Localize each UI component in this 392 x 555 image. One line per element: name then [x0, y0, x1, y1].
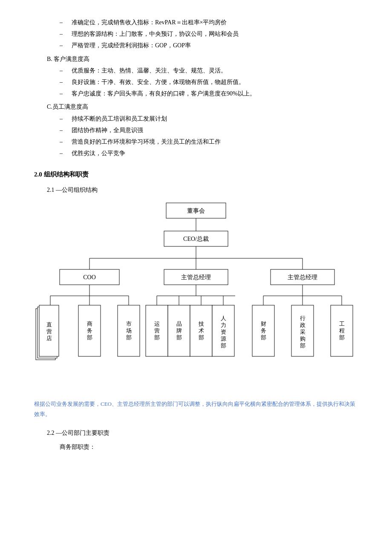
svg-text:部: 部	[126, 334, 132, 341]
dash-c-3: –	[60, 136, 68, 147]
svg-text:部: 部	[261, 334, 266, 341]
svg-text:部: 部	[87, 334, 92, 341]
section-2-1-label: 2.1 —公司组织结构	[47, 185, 358, 195]
svg-text:术: 术	[199, 327, 204, 334]
bullet-c-4: – 优胜劣汰，公平竞争	[60, 148, 358, 159]
bullet-b-text-1: 优质服务：主动、热情、温馨、关注、专业、规范、灵活。	[72, 65, 227, 76]
svg-text:部: 部	[221, 342, 226, 349]
svg-text:部: 部	[339, 334, 345, 341]
dash-c-4: –	[60, 148, 68, 159]
bullet-b-text-2: 良好设施：干净、有效、安全、方便，体现物有所值，物超所值。	[72, 77, 245, 87]
svg-text:人: 人	[221, 315, 226, 321]
bullet-section-c: – 持续不断的员工培训和员工发展计划 – 团结协作精神，全局意识强 – 营造良好…	[34, 113, 358, 159]
section-c-label: C.员工满意度高	[47, 101, 358, 112]
svg-text:运: 运	[154, 321, 160, 327]
svg-text:CEO/总裁: CEO/总裁	[183, 236, 209, 242]
svg-text:力: 力	[221, 322, 226, 328]
svg-text:店: 店	[46, 335, 52, 341]
svg-text:直: 直	[46, 321, 52, 328]
svg-text:营: 营	[46, 328, 52, 335]
svg-text:COO: COO	[83, 274, 96, 280]
svg-text:牌: 牌	[176, 327, 182, 334]
dash-b-1: –	[60, 65, 68, 76]
bullet-b-3: – 客户忠诚度：客户回头率高，有良好的口碑，客户满意度在90%以上。	[60, 88, 358, 99]
bullet-c-3: – 营造良好的工作环境和学习环境，关注员工的生活和工作	[60, 136, 358, 147]
svg-text:主管总经理: 主管总经理	[181, 274, 211, 280]
svg-text:营: 营	[154, 327, 160, 334]
dash-2: –	[60, 29, 68, 39]
svg-text:源: 源	[221, 335, 226, 342]
dash-1: –	[60, 17, 68, 28]
org-chart-note: 根据公司业务发展的需要，CEO、主管总经理所主管的部门可以调整，执行纵向向扁平化…	[34, 399, 358, 419]
dash-3: –	[60, 40, 68, 51]
svg-text:购: 购	[300, 335, 306, 342]
bullet-text-1: 准确定位，完成销售收入指标：RevPAR＝出租率×平均房价	[72, 17, 227, 28]
svg-text:资: 资	[221, 329, 226, 335]
bullet-c-text-4: 优胜劣汰，公平竞争	[72, 148, 125, 159]
svg-text:场: 场	[126, 327, 132, 334]
svg-text:品: 品	[176, 321, 182, 327]
section-b-label: B. 客户满意度高	[47, 54, 358, 64]
bullet-b-text-3: 客户忠诚度：客户回头率高，有良好的口碑，客户满意度在90%以上。	[72, 88, 256, 99]
section-2-header: 2.0 组织结构和职责	[34, 169, 358, 180]
svg-text:工: 工	[339, 321, 345, 327]
dash-c-1: –	[60, 113, 68, 124]
svg-text:商: 商	[87, 321, 92, 327]
svg-text:技: 技	[198, 321, 204, 327]
svg-text:部: 部	[176, 334, 182, 341]
dash-c-2: –	[60, 125, 68, 136]
bullet-c-text-3: 营造良好的工作环境和学习环境，关注员工的生活和工作	[72, 136, 221, 147]
svg-text:行: 行	[300, 315, 306, 321]
svg-text:采: 采	[300, 329, 306, 335]
svg-text:务: 务	[87, 327, 92, 334]
svg-text:政: 政	[300, 322, 306, 328]
bullet-item-2: – 理想的客源结构：上门散客，中央预订，协议公司，网站和会员	[60, 29, 358, 39]
svg-text:部: 部	[154, 334, 160, 341]
bullet-c-text-2: 团结协作精神，全局意识强	[72, 125, 143, 136]
svg-text:董事会: 董事会	[187, 208, 205, 214]
bullet-item-1: – 准确定位，完成销售收入指标：RevPAR＝出租率×平均房价	[60, 17, 358, 28]
svg-text:财: 财	[261, 321, 266, 327]
bullet-b-1: – 优质服务：主动、热情、温馨、关注、专业、规范、灵活。	[60, 65, 358, 76]
dept-responsibility-label: 商务部职责：	[60, 442, 358, 452]
bullet-item-3: – 严格管理，完成经营利润指标：GOP，GOP率	[60, 40, 358, 51]
svg-text:部: 部	[199, 334, 204, 341]
svg-text:市: 市	[126, 321, 132, 327]
org-chart: 董事会 CEO/总裁 COO 主管总经理 主管总经理	[34, 199, 358, 395]
bullet-c-text-1: 持续不断的员工培训和员工发展计划	[72, 113, 167, 124]
dash-b-3: –	[60, 88, 68, 99]
bullet-text-2: 理想的客源结构：上门散客，中央预订，协议公司，网站和会员	[72, 29, 239, 39]
bullet-c-2: – 团结协作精神，全局意识强	[60, 125, 358, 136]
bullet-section-b: – 优质服务：主动、热情、温馨、关注、专业、规范、灵活。 – 良好设施：干净、有…	[34, 65, 358, 99]
section-2-2-label: 2.2 —公司部门主要职责	[47, 428, 358, 438]
bullet-section-a: – 准确定位，完成销售收入指标：RevPAR＝出租率×平均房价 – 理想的客源结…	[34, 17, 358, 51]
svg-text:主管总经理: 主管总经理	[288, 274, 317, 280]
svg-text:程: 程	[339, 327, 345, 334]
bullet-text-3: 严格管理，完成经营利润指标：GOP，GOP率	[72, 40, 191, 51]
bullet-c-1: – 持续不断的员工培训和员工发展计划	[60, 113, 358, 124]
svg-text:部: 部	[300, 342, 306, 349]
bullet-b-2: – 良好设施：干净、有效、安全、方便，体现物有所值，物超所值。	[60, 77, 358, 87]
dash-b-2: –	[60, 77, 68, 87]
svg-text:务: 务	[261, 327, 266, 334]
